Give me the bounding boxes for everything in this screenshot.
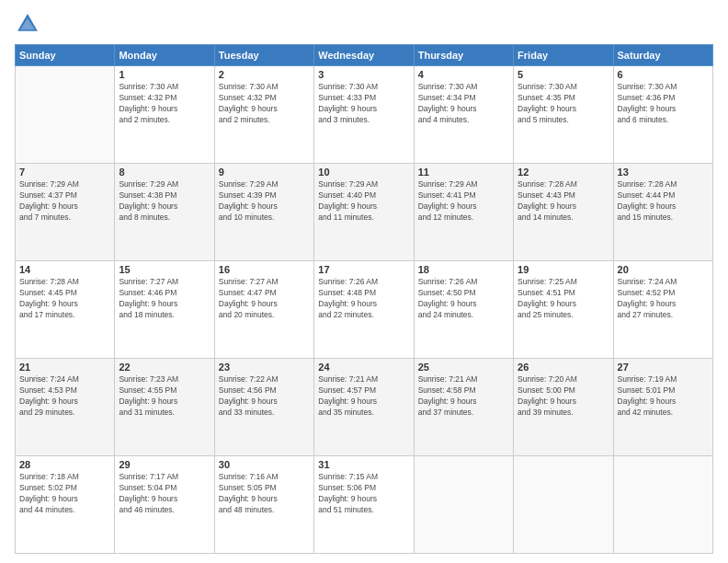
calendar-cell: 28Sunrise: 7:18 AM Sunset: 5:02 PM Dayli… [16,456,115,554]
calendar-cell: 15Sunrise: 7:27 AM Sunset: 4:46 PM Dayli… [115,261,214,359]
day-number: 12 [518,167,609,178]
calendar-cell: 11Sunrise: 7:29 AM Sunset: 4:41 PM Dayli… [414,164,513,261]
calendar-cell: 16Sunrise: 7:27 AM Sunset: 4:47 PM Dayli… [214,261,313,359]
day-number: 30 [219,459,310,470]
calendar-cell: 27Sunrise: 7:19 AM Sunset: 5:01 PM Dayli… [613,359,712,456]
day-number: 1 [119,69,210,80]
calendar-header-monday: Monday [115,45,214,66]
calendar-header-friday: Friday [514,45,613,66]
day-info: Sunrise: 7:15 AM Sunset: 5:06 PM Dayligh… [318,472,409,516]
calendar-week-row: 1Sunrise: 7:30 AM Sunset: 4:32 PM Daylig… [16,66,713,164]
calendar-cell: 7Sunrise: 7:29 AM Sunset: 4:37 PM Daylig… [16,164,115,261]
day-info: Sunrise: 7:21 AM Sunset: 4:58 PM Dayligh… [418,374,509,419]
calendar-cell: 17Sunrise: 7:26 AM Sunset: 4:48 PM Dayli… [314,261,414,359]
calendar-cell: 21Sunrise: 7:24 AM Sunset: 4:53 PM Dayli… [16,359,115,456]
day-number: 22 [119,362,210,373]
calendar-cell: 26Sunrise: 7:20 AM Sunset: 5:00 PM Dayli… [514,359,613,456]
day-number: 7 [19,167,110,178]
day-info: Sunrise: 7:20 AM Sunset: 5:00 PM Dayligh… [518,374,609,419]
day-number: 28 [19,459,110,470]
calendar-cell: 23Sunrise: 7:22 AM Sunset: 4:56 PM Dayli… [214,359,313,456]
day-info: Sunrise: 7:19 AM Sunset: 5:01 PM Dayligh… [618,374,709,419]
calendar-cell: 13Sunrise: 7:28 AM Sunset: 4:44 PM Dayli… [613,164,712,261]
day-number: 25 [418,362,509,373]
day-number: 3 [318,69,409,80]
calendar-cell: 18Sunrise: 7:26 AM Sunset: 4:50 PM Dayli… [414,261,513,359]
day-number: 9 [219,167,310,178]
day-number: 14 [19,264,110,275]
day-info: Sunrise: 7:28 AM Sunset: 4:44 PM Dayligh… [618,179,709,224]
day-info: Sunrise: 7:29 AM Sunset: 4:37 PM Dayligh… [19,179,110,224]
calendar-cell [414,456,513,554]
day-number: 15 [119,264,210,275]
day-number: 21 [19,362,110,373]
day-info: Sunrise: 7:28 AM Sunset: 4:45 PM Dayligh… [19,277,110,321]
calendar-cell: 24Sunrise: 7:21 AM Sunset: 4:57 PM Dayli… [314,359,414,456]
day-number: 20 [618,264,709,275]
calendar-cell: 22Sunrise: 7:23 AM Sunset: 4:55 PM Dayli… [115,359,214,456]
day-number: 29 [119,459,210,470]
calendar-cell [613,456,712,554]
calendar-cell: 8Sunrise: 7:29 AM Sunset: 4:38 PM Daylig… [115,164,214,261]
day-info: Sunrise: 7:30 AM Sunset: 4:33 PM Dayligh… [318,82,409,126]
calendar-cell: 4Sunrise: 7:30 AM Sunset: 4:34 PM Daylig… [414,66,513,164]
calendar-header-tuesday: Tuesday [214,45,313,66]
day-info: Sunrise: 7:29 AM Sunset: 4:41 PM Dayligh… [418,179,509,224]
day-number: 8 [119,167,210,178]
calendar-cell: 29Sunrise: 7:17 AM Sunset: 5:04 PM Dayli… [115,456,214,554]
day-info: Sunrise: 7:30 AM Sunset: 4:32 PM Dayligh… [219,82,310,126]
day-info: Sunrise: 7:24 AM Sunset: 4:53 PM Dayligh… [19,374,110,419]
day-info: Sunrise: 7:17 AM Sunset: 5:04 PM Dayligh… [119,472,210,516]
day-info: Sunrise: 7:23 AM Sunset: 4:55 PM Dayligh… [119,374,210,419]
day-number: 6 [618,69,709,80]
day-info: Sunrise: 7:25 AM Sunset: 4:51 PM Dayligh… [518,277,609,321]
calendar-cell [16,66,115,164]
day-info: Sunrise: 7:27 AM Sunset: 4:46 PM Dayligh… [119,277,210,321]
calendar-cell: 14Sunrise: 7:28 AM Sunset: 4:45 PM Dayli… [16,261,115,359]
day-number: 5 [518,69,609,80]
calendar-week-row: 7Sunrise: 7:29 AM Sunset: 4:37 PM Daylig… [16,164,713,261]
day-number: 23 [219,362,310,373]
calendar-cell: 1Sunrise: 7:30 AM Sunset: 4:32 PM Daylig… [115,66,214,164]
day-number: 17 [318,264,409,275]
calendar-cell: 3Sunrise: 7:30 AM Sunset: 4:33 PM Daylig… [314,66,414,164]
calendar-cell [514,456,613,554]
calendar-cell: 12Sunrise: 7:28 AM Sunset: 4:43 PM Dayli… [514,164,613,261]
header [15,11,713,37]
logo [15,11,44,37]
day-number: 16 [219,264,310,275]
calendar-table: SundayMondayTuesdayWednesdayThursdayFrid… [15,44,713,554]
logo-icon [15,11,40,37]
day-info: Sunrise: 7:21 AM Sunset: 4:57 PM Dayligh… [318,374,409,419]
day-number: 24 [318,362,409,373]
calendar-week-row: 28Sunrise: 7:18 AM Sunset: 5:02 PM Dayli… [16,456,713,554]
day-info: Sunrise: 7:18 AM Sunset: 5:02 PM Dayligh… [19,472,110,516]
calendar-cell: 20Sunrise: 7:24 AM Sunset: 4:52 PM Dayli… [613,261,712,359]
calendar-cell: 31Sunrise: 7:15 AM Sunset: 5:06 PM Dayli… [314,456,414,554]
day-info: Sunrise: 7:26 AM Sunset: 4:50 PM Dayligh… [418,277,509,321]
day-info: Sunrise: 7:29 AM Sunset: 4:39 PM Dayligh… [219,179,310,224]
day-info: Sunrise: 7:16 AM Sunset: 5:05 PM Dayligh… [219,472,310,516]
calendar-header-row: SundayMondayTuesdayWednesdayThursdayFrid… [16,45,713,66]
day-info: Sunrise: 7:30 AM Sunset: 4:35 PM Dayligh… [518,82,609,126]
day-number: 10 [318,167,409,178]
calendar-cell: 19Sunrise: 7:25 AM Sunset: 4:51 PM Dayli… [514,261,613,359]
day-info: Sunrise: 7:22 AM Sunset: 4:56 PM Dayligh… [219,374,310,419]
day-number: 2 [219,69,310,80]
day-number: 18 [418,264,509,275]
day-number: 27 [618,362,709,373]
day-info: Sunrise: 7:29 AM Sunset: 4:40 PM Dayligh… [318,179,409,224]
day-info: Sunrise: 7:29 AM Sunset: 4:38 PM Dayligh… [119,179,210,224]
calendar-week-row: 21Sunrise: 7:24 AM Sunset: 4:53 PM Dayli… [16,359,713,456]
calendar-header-thursday: Thursday [414,45,513,66]
day-number: 11 [418,167,509,178]
calendar-header-sunday: Sunday [16,45,115,66]
day-info: Sunrise: 7:28 AM Sunset: 4:43 PM Dayligh… [518,179,609,224]
calendar-cell: 30Sunrise: 7:16 AM Sunset: 5:05 PM Dayli… [214,456,313,554]
calendar-cell: 5Sunrise: 7:30 AM Sunset: 4:35 PM Daylig… [514,66,613,164]
calendar-week-row: 14Sunrise: 7:28 AM Sunset: 4:45 PM Dayli… [16,261,713,359]
day-info: Sunrise: 7:27 AM Sunset: 4:47 PM Dayligh… [219,277,310,321]
day-info: Sunrise: 7:26 AM Sunset: 4:48 PM Dayligh… [318,277,409,321]
day-number: 19 [518,264,609,275]
calendar-cell: 2Sunrise: 7:30 AM Sunset: 4:32 PM Daylig… [214,66,313,164]
